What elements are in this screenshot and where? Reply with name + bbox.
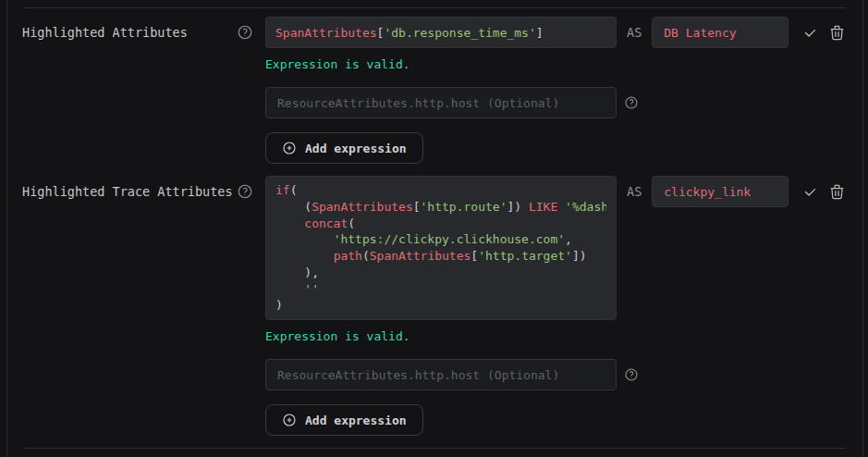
highlighted-trace-attributes-label-col: Highlighted Trace Attributes [22,176,265,207]
trash-icon[interactable] [828,176,846,207]
expression-field-row: if( (SpanAttributes['http.route']) LIKE … [265,176,846,320]
highlighted-attributes-label-col: Highlighted Attributes [22,17,265,48]
optional-expression-input[interactable] [265,87,617,118]
alias-input[interactable] [652,17,789,48]
bottom-divider [23,448,846,449]
help-circle-icon[interactable] [237,183,253,200]
highlighted-trace-attributes-row: Highlighted Trace Attributes if( (SpanAt… [0,176,868,436]
panel-left-border [6,0,7,457]
check-icon[interactable] [802,176,818,207]
panel-right-border [862,0,863,457]
alias-input[interactable] [652,176,789,207]
expression-code-input[interactable]: SpanAttributes['db.response_time_ms'] [265,17,617,48]
validation-message: Expression is valid. [265,329,846,344]
top-divider [23,7,846,8]
help-circle-icon[interactable] [624,367,639,382]
highlighted-attributes-row: Highlighted Attributes SpanAttributes['d… [0,17,868,164]
validation-message: Expression is valid. [265,57,846,72]
highlighted-trace-attributes-label: Highlighted Trace Attributes [22,184,233,199]
highlighted-attributes-content: SpanAttributes['db.response_time_ms'] AS… [265,17,846,164]
as-label: AS [627,176,642,207]
circle-plus-icon [282,413,297,427]
expression-code-editor[interactable]: if( (SpanAttributes['http.route']) LIKE … [265,176,617,320]
help-circle-icon[interactable] [624,95,639,110]
highlighted-attributes-label: Highlighted Attributes [22,25,188,40]
add-expression-label: Add expression [305,414,407,427]
add-expression-button[interactable]: Add expression [265,132,423,164]
help-circle-icon[interactable] [237,24,253,41]
optional-expression-row [265,87,846,118]
expression-field-row: SpanAttributes['db.response_time_ms'] AS [265,17,846,48]
highlighted-trace-attributes-content: if( (SpanAttributes['http.route']) LIKE … [265,176,846,436]
check-icon[interactable] [802,17,818,48]
add-expression-label: Add expression [305,142,407,155]
optional-expression-input[interactable] [265,359,617,390]
trash-icon[interactable] [828,17,846,48]
circle-plus-icon [282,141,297,155]
as-label: AS [627,17,642,48]
optional-expression-row [265,359,846,390]
add-expression-button[interactable]: Add expression [265,404,423,436]
